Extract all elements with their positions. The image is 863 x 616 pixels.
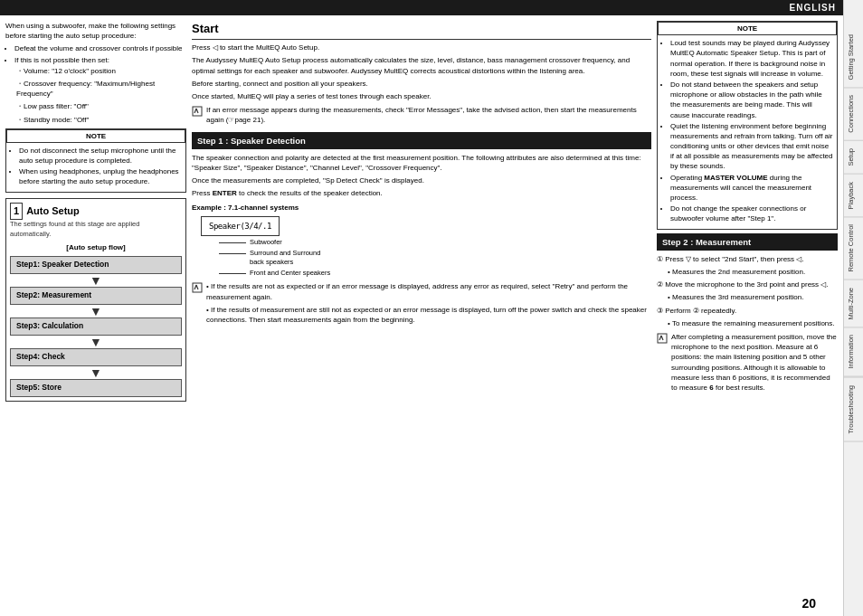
tab-bar: Getting Started Connections Setup Playba… — [843, 0, 863, 616]
pen-icon-2 — [192, 282, 203, 293]
step2-p1: ① Press ▽ to select "2nd Start", then pr… — [657, 254, 838, 264]
start-title: Start — [192, 21, 651, 40]
start-p4: Once started, MultEQ will play a series … — [192, 91, 651, 101]
step1-p1: The speaker connection and polarity are … — [192, 153, 651, 173]
section-num: 1 — [10, 203, 23, 220]
right-note-3: Quiet the listening environment before b… — [670, 121, 833, 172]
right-note-1: Loud test sounds may be played during Au… — [670, 38, 833, 79]
pen-note-2: • If the results are not as expected or … — [192, 281, 651, 327]
step1-box: Step1: Speaker Detection — [10, 256, 182, 274]
svg-line-8 — [661, 336, 663, 340]
right-note-title: NOTE — [658, 22, 837, 35]
step2-title: Step 2 : Measurement — [662, 237, 751, 247]
pen-icon-1 — [192, 106, 203, 117]
flow-label: [Auto setup flow] — [10, 242, 182, 252]
auto-setup-subtitle: The settings found at this stage are app… — [10, 220, 182, 239]
left-note-title: NOTE — [6, 129, 185, 143]
main-content: ENGLISH When using a subwoofer, make the… — [0, 0, 843, 616]
bullet-2: If this is not possible then set: — [14, 55, 186, 65]
tab-troubleshooting[interactable]: Troubleshooting — [844, 377, 864, 442]
svg-line-5 — [196, 285, 198, 289]
tab-getting-started[interactable]: Getting Started — [844, 27, 864, 88]
example-label: Example : 7.1-channel systems — [192, 203, 651, 213]
subwoofer-label: Subwoofer — [219, 238, 651, 248]
speaker-diagram: Speaker(3/4/.1 Subwoofer Surround and Su… — [201, 216, 651, 279]
pen-note-1: If an error message appears during the m… — [192, 105, 651, 128]
arrow-1: ▼ — [10, 274, 182, 287]
intro-text: When using a subwoofer, make the followi… — [5, 21, 186, 41]
start-p1: Press ◁ to start the MultEQ Auto Setup. — [192, 43, 651, 52]
auto-setup-title: Auto Setup — [26, 204, 80, 218]
speaker-diagram-text: Speaker(3/4/.1 — [201, 216, 280, 237]
diagram-labels: Subwoofer Surround and Surroundback spea… — [219, 238, 651, 278]
left-note-list: Do not disconnect the setup microphone u… — [10, 146, 182, 187]
auto-setup-header: 1 Auto Setup — [10, 203, 182, 220]
step4-box: Step4: Check — [10, 348, 182, 366]
step2-box: Step2: Measurement — [10, 287, 182, 305]
front-label: Front and Center speakers — [219, 269, 651, 279]
sub-bullets: ・Volume: "12 o'clock" position ・Crossove… — [5, 66, 186, 125]
tab-setup[interactable]: Setup — [844, 141, 864, 175]
right-note-2: Do not stand between the speakers and se… — [670, 80, 833, 120]
step5-box: Step5: Store — [10, 379, 182, 397]
tab-information[interactable]: Information — [844, 327, 864, 377]
left-note-item-2: When using headphones, unplug the headph… — [19, 166, 182, 186]
left-note-item-1: Do not disconnect the setup microphone u… — [19, 146, 182, 166]
pen-note-right: After completing a measurement position,… — [657, 332, 838, 395]
step1-p3: Press ENTER to check the results of the … — [192, 188, 651, 198]
tab-connections[interactable]: Connections — [844, 88, 864, 141]
right-note-4: Operating MASTER VOLUME during the measu… — [670, 173, 833, 204]
step1-title: Step 1 : Speaker Detection — [197, 136, 306, 146]
start-p3: Before starting, connect and position al… — [192, 79, 651, 89]
right-note-list: Loud test sounds may be played during Au… — [661, 38, 833, 223]
tab-remote-control[interactable]: Remote Control — [844, 217, 864, 280]
step2-p3: ③ Perform ② repeatedly. — [657, 306, 838, 316]
right-note-5: Do not change the speaker connections or… — [670, 204, 833, 223]
surround-label: Surround and Surroundback speakers — [219, 249, 651, 268]
content-body: When using a subwoofer, make the followi… — [0, 15, 843, 616]
mid-column: Start Press ◁ to start the MultEQ Auto S… — [192, 21, 651, 611]
arrow-3: ▼ — [10, 336, 182, 348]
step2-p1b: • Measures the 2nd measurement position. — [657, 267, 838, 277]
arrow-4: ▼ — [10, 366, 182, 379]
start-p2: The Audyssey MultEQ Auto Setup process a… — [192, 55, 651, 75]
step1-header: Step 1 : Speaker Detection — [192, 132, 651, 149]
step3-box: Step3: Calculation — [10, 317, 182, 336]
left-note-box: NOTE Do not disconnect the setup microph… — [5, 128, 186, 193]
step2-p2: ② Move the microphone to the 3rd point a… — [657, 280, 838, 289]
english-header: ENGLISH — [0, 0, 843, 15]
step1-p2: Once the measurements are completed, "Sp… — [192, 175, 651, 185]
step2-pen-note: After completing a measurement position,… — [671, 332, 838, 393]
left-column: When using a subwoofer, make the followi… — [5, 21, 186, 611]
right-note-box: NOTE Loud test sounds may be played duri… — [657, 21, 838, 230]
page-number: 20 — [801, 596, 816, 611]
auto-setup-box: 1 Auto Setup The settings found at this … — [5, 198, 186, 402]
step2-header: Step 2 : Measurement — [657, 233, 838, 251]
svg-line-2 — [196, 109, 198, 113]
right-column: NOTE Loud test sounds may be played duri… — [657, 21, 838, 611]
tab-playback[interactable]: Playback — [844, 175, 864, 217]
step2-p3b: • To measure the remaining measurement p… — [657, 318, 838, 328]
pen-icon-right — [657, 333, 668, 344]
bullet-1: Defeat the volume and crossover controls… — [14, 43, 186, 53]
arrow-2: ▼ — [10, 305, 182, 317]
setup-bullets: Defeat the volume and crossover controls… — [5, 43, 186, 64]
tab-multi-zone[interactable]: Multi-Zone — [844, 280, 864, 327]
english-label: ENGLISH — [790, 3, 836, 13]
step2-p2b: • Measures the 3rd measurement position. — [657, 292, 838, 302]
